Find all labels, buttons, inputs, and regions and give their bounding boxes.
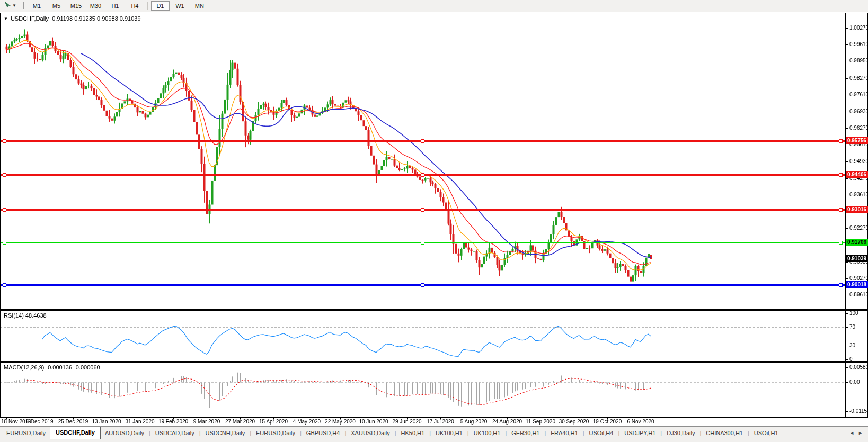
timeframe-button-m1[interactable]: M1: [28, 1, 46, 11]
date-axis-tick: 11 Sep 2020: [522, 419, 559, 425]
date-axis-tick: 25 Dec 2019: [55, 419, 91, 425]
date-axis-tick: 31 Jan 2020: [122, 419, 158, 425]
date-axis-tick: 4 May 2020: [289, 419, 325, 425]
price-axis-tick: 0.96930: [849, 109, 868, 115]
date-axis-tick: 24 Aug 2020: [489, 419, 525, 425]
chart-tab-usdcnh-4[interactable]: USDCNH,Daily: [201, 428, 250, 438]
date-axis-tick: 30 Sep 2020: [556, 419, 592, 425]
timeframe-button-m5[interactable]: M5: [47, 1, 66, 11]
price-level-badge: 0.93016: [846, 206, 868, 213]
date-axis-tick: 29 Jun 2020: [389, 419, 425, 425]
chart-tool-button[interactable]: ▼: [2, 0, 19, 12]
price-axis-tick: 0.99610: [849, 41, 868, 48]
date-axis-tick: 15 Apr 2020: [255, 419, 291, 425]
macd-axis-tick: 0.005818: [849, 364, 868, 371]
chart-tab-usdcad-3[interactable]: USDCAD,Daily: [151, 428, 199, 438]
timeframe-toolbar: ▼ M1M5M15M30H1H4D1W1MN: [0, 0, 868, 12]
chart-tab-audusd-2[interactable]: AUDUSD,Daily: [101, 428, 148, 438]
chart-tab-uk100-10[interactable]: UK100,H1: [470, 428, 505, 438]
chart-tab-eurusd-0[interactable]: EURUSD,Daily: [2, 428, 50, 438]
macd-indicator-label: MACD(12,26,9) -0.000136 -0.000060: [4, 364, 100, 371]
current-price-badge: 0.91039: [846, 255, 868, 262]
rsi-axis-tick: 30: [849, 342, 855, 349]
date-axis-tick: 10 Jun 2020: [356, 419, 392, 425]
chart-tab-bar: EURUSD,DailyUSDCHF,DailyAUDUSD,Daily|USD…: [0, 426, 868, 442]
date-axis-tick: 19 Feb 2020: [155, 419, 191, 425]
chart-tab-china300-16[interactable]: CHINA300,H1: [702, 428, 747, 438]
timeframe-button-w1[interactable]: W1: [171, 1, 189, 11]
macd-axis-tick: 0.00: [849, 379, 860, 385]
tab-scroll-right-icon[interactable]: ►: [858, 430, 863, 436]
date-axis-tick: 19 Oct 2020: [589, 419, 625, 425]
tab-scroll-arrows: ◄►: [849, 428, 866, 436]
date-axis-tick: 9 Mar 2020: [189, 419, 225, 425]
chart-window: ▼USDCHF,Daily 0.91198 0.91235 0.90988 0.…: [0, 12, 868, 426]
chart-tab-xauusd-7[interactable]: XAUUSD,Daily: [347, 428, 394, 438]
rsi-axis-tick: 0: [849, 356, 853, 363]
price-chart-canvas[interactable]: [0, 12, 868, 426]
chart-tab-eurusd-5[interactable]: EURUSD,Daily: [252, 428, 299, 438]
chart-tab-usoil-13[interactable]: USOil,H4: [585, 428, 618, 438]
chart-title-symbol: USDCHF,Daily: [11, 15, 49, 22]
chart-tab-usdchf-1[interactable]: USDCHF,Daily: [50, 427, 101, 439]
timeframe-button-d1[interactable]: D1: [151, 1, 170, 11]
timeframe-button-h1[interactable]: H1: [106, 1, 125, 11]
price-axis-tick: 0.97610: [849, 92, 868, 98]
price-axis-tick: 0.98950: [849, 58, 868, 64]
price-axis-tick: 0.89610: [849, 292, 868, 298]
chart-tab-usdjpy-14[interactable]: USDJPY,H1: [620, 428, 660, 438]
mt4-window: ▼ M1M5M15M30H1H4D1W1MN ▼USDCHF,Daily 0.9…: [0, 0, 868, 442]
rsi-axis-tick: 70: [849, 324, 855, 330]
date-axis-tick: 22 May 2020: [322, 419, 358, 425]
chart-tab-gbpusd-6[interactable]: GBPUSD,H4: [302, 428, 344, 438]
date-axis-tick: 27 Mar 2020: [222, 419, 258, 425]
tab-scroll-left-icon[interactable]: ◄: [849, 430, 854, 436]
chart-title: ▼USDCHF,Daily 0.91198 0.91235 0.90988 0.…: [4, 15, 141, 22]
chart-tab-ger30-11[interactable]: GER30,H1: [507, 428, 544, 438]
chart-tab-uk100-9[interactable]: UK100,H1: [431, 428, 467, 438]
date-axis-tick: 5 Aug 2020: [456, 419, 492, 425]
rsi-axis-tick: 100: [849, 310, 858, 317]
timeframe-button-m15[interactable]: M15: [67, 1, 85, 11]
rsi-indicator-label: RSI(14) 48.4638: [4, 312, 47, 319]
chart-title-ohlc: 0.91198 0.91235 0.90988 0.91039: [52, 15, 140, 22]
macd-axis-tick: -0.011514: [849, 408, 868, 414]
toolbar-separator: [212, 2, 212, 10]
chart-tab-fra40-12[interactable]: FRA40,H1: [546, 428, 582, 438]
price-axis-tick: 0.92270: [849, 225, 868, 231]
chart-tab-usoil-17[interactable]: USOil,H1: [750, 428, 783, 438]
price-level-badge: 0.90018: [846, 281, 868, 288]
price-axis-tick: 0.94930: [849, 158, 868, 165]
timeframe-button-mn[interactable]: MN: [190, 1, 209, 11]
price-axis-tick: 1.00270: [849, 25, 868, 31]
chart-tab-dj30-15[interactable]: DJ30,Daily: [662, 428, 699, 438]
timeframe-buttons: M1M5M15M30H1H4D1W1MN: [27, 1, 215, 11]
collapse-triangle-icon[interactable]: ▼: [4, 16, 8, 21]
price-axis-tick: 0.98270: [849, 75, 868, 82]
date-axis-tick: 6 Dec 2019: [22, 419, 58, 425]
price-level-badge: 0.95756: [846, 137, 868, 144]
price-level-badge: 0.91706: [846, 239, 868, 246]
chart-cursor-icon: [4, 1, 11, 11]
price-level-badge: 0.94406: [846, 171, 868, 178]
dropdown-caret-icon: ▼: [12, 4, 16, 8]
price-axis-tick: 0.93610: [849, 192, 868, 198]
toolbar-grip[interactable]: [21, 2, 24, 10]
date-axis-tick: 6 Nov 2020: [623, 419, 659, 425]
timeframe-button-m30[interactable]: M30: [86, 1, 105, 11]
chart-tab-hk50-8[interactable]: HK50,H1: [397, 428, 429, 438]
price-axis-tick: 0.96270: [849, 125, 868, 131]
timeframe-button-h4[interactable]: H4: [126, 1, 144, 11]
date-axis-tick: 13 Jan 2020: [88, 419, 125, 425]
toolbar-separator: [147, 2, 148, 10]
date-axis-tick: 17 Jul 2020: [422, 419, 458, 425]
